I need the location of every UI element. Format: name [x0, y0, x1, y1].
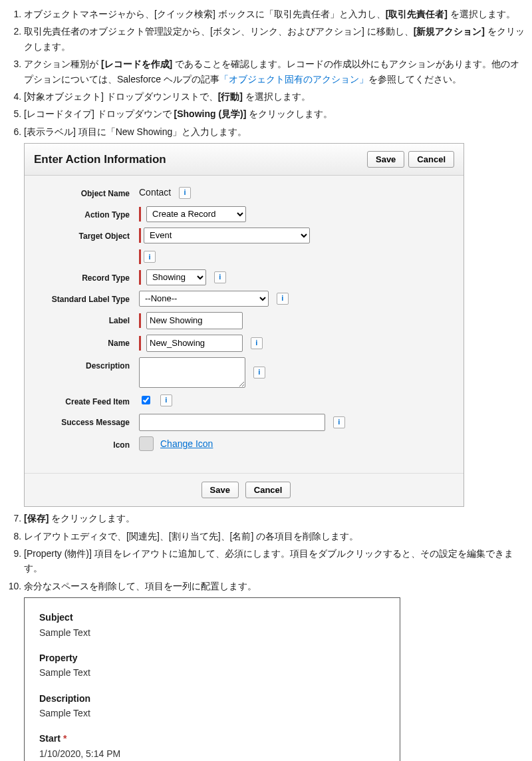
label-label: Label: [37, 312, 139, 327]
layout-preview: Subject Sample Text Property Sample Text…: [24, 597, 400, 761]
layout-description-label: Description: [39, 691, 385, 706]
step-2: 取引先責任者のオブジェクト管理設定から、[ボタン、リンク、およびアクション] に…: [24, 24, 525, 54]
cancel-button-bottom[interactable]: Cancel: [245, 482, 291, 498]
select-target-object[interactable]: Event: [144, 228, 310, 243]
info-icon[interactable]: i: [179, 187, 191, 199]
dialog-title: Enter Action Information: [34, 150, 363, 168]
label-name: Name: [37, 335, 139, 350]
label-icon: Icon: [37, 436, 139, 452]
textarea-description[interactable]: [139, 357, 245, 388]
input-label[interactable]: [146, 312, 243, 329]
info-icon[interactable]: i: [214, 271, 226, 283]
layout-subject-value: Sample Text: [39, 625, 385, 640]
step-6: [表示ラベル] 項目に「New Showing」と入力します。 Enter Ac…: [24, 124, 525, 507]
step-5: [レコードタイプ] ドロップダウンで [Showing (見学)] をクリックし…: [24, 106, 525, 121]
save-button-top[interactable]: Save: [367, 151, 404, 168]
step-10: 余分なスペースを削除して、項目を一列に配置します。 Subject Sample…: [24, 579, 525, 761]
cancel-button-top[interactable]: Cancel: [408, 151, 454, 168]
layout-start-label: Start: [39, 733, 61, 744]
select-record-type[interactable]: Showing: [146, 269, 206, 285]
label-target-object: Target Object: [37, 228, 139, 243]
layout-property-label: Property: [39, 651, 385, 665]
info-icon[interactable]: i: [160, 394, 172, 406]
info-icon[interactable]: i: [277, 293, 289, 305]
select-action-type[interactable]: Create a Record: [146, 206, 246, 222]
label-success-msg: Success Message: [37, 414, 139, 429]
step-4: [対象オブジェクト] ドロップダウンリストで、[行動] を選択します。: [24, 89, 525, 104]
label-action-type: Action Type: [37, 206, 139, 222]
step-3: アクション種別が [レコードを作成] であることを確認します。レコードの作成以外…: [24, 57, 525, 86]
layout-subject-label: Subject: [39, 610, 385, 625]
info-icon[interactable]: i: [333, 416, 345, 428]
info-icon[interactable]: i: [144, 251, 156, 263]
action-dialog: Enter Action Information Save Cancel Obj…: [24, 143, 464, 507]
help-link[interactable]: 「オブジェクト固有のアクション」: [219, 74, 368, 84]
step-8: レイアウトエディタで、[関連先]、[割り当て先]、[名前] の各項目を削除します…: [24, 529, 525, 543]
input-name[interactable]: [146, 335, 243, 352]
select-std-label-type[interactable]: --None--: [139, 291, 269, 307]
required-star-icon: *: [63, 733, 66, 744]
step-9: [Property (物件)] 項目をレイアウトに追加して、必須にします。項目を…: [24, 546, 525, 576]
value-object-name: Contact: [139, 185, 171, 200]
action-icon: [139, 436, 154, 451]
layout-property-value: Sample Text: [39, 665, 385, 680]
checkbox-create-feed[interactable]: [142, 396, 150, 404]
change-icon-link[interactable]: Change Icon: [160, 436, 213, 451]
label-create-feed: Create Feed Item: [37, 393, 139, 408]
label-std-label-type: Standard Label Type: [37, 291, 139, 306]
step-7: [保存] をクリックします。: [24, 511, 525, 526]
info-icon[interactable]: i: [253, 367, 265, 379]
layout-start-value: 1/10/2020, 5:14 PM: [39, 746, 385, 761]
save-button-bottom[interactable]: Save: [201, 482, 239, 498]
layout-description-value: Sample Text: [39, 706, 385, 720]
step-1: オブジェクトマネージャから、[クイック検索] ボックスに「取引先責任者」と入力し…: [24, 7, 525, 21]
label-description: Description: [37, 357, 139, 373]
label-record-type: Record Type: [37, 269, 139, 285]
info-icon[interactable]: i: [251, 337, 263, 349]
input-success-msg[interactable]: [139, 414, 325, 431]
label-object-name: Object Name: [37, 185, 139, 200]
